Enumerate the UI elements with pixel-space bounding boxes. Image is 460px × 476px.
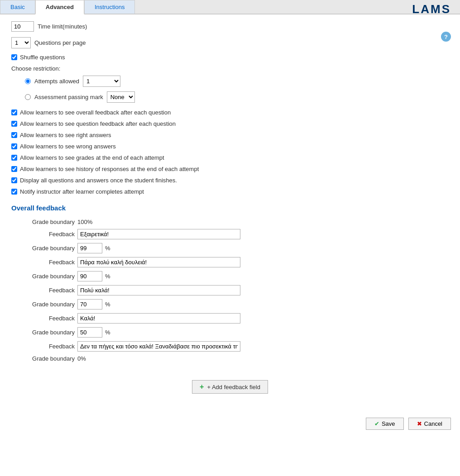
overall-feedback-title: Overall feedback	[11, 204, 449, 212]
checkbox-label-2: Allow learners to see right answers	[20, 132, 111, 138]
feedback-input-row-2: Feedback	[25, 285, 449, 295]
checkbox-row-7: Notify instructor after learner complete…	[11, 188, 449, 195]
attempts-allowed-select[interactable]: 1 2 3 Unlimited	[83, 76, 120, 87]
bottom-bar: ✔ Save ✖ Cancel	[366, 418, 451, 430]
boundary-input-2[interactable]	[77, 271, 102, 281]
feedback-row-5: Grade boundary 0%	[25, 355, 449, 362]
shuffle-questions-checkbox[interactable]	[11, 54, 17, 60]
shuffle-questions-row: Shuffle questions	[11, 54, 449, 61]
boundary-input-1[interactable]	[77, 243, 102, 253]
feedback-input-row-3: Feedback	[25, 313, 449, 324]
passing-mark-select[interactable]: None 50% 60% 70% 80% 90% 100%	[107, 91, 135, 103]
checkbox-row-6: Display all questions and answers once t…	[11, 177, 449, 184]
checkbox-label-4: Allow learners to see grades at the end …	[20, 154, 164, 161]
feedback-label-3: Feedback	[25, 315, 75, 322]
boundary-label-1: Grade boundary	[25, 245, 75, 252]
restriction-label: Choose restriction:	[11, 65, 449, 72]
plus-icon: +	[200, 383, 204, 391]
checkbox-4[interactable]	[11, 155, 17, 161]
boundary-label-4: Grade boundary	[25, 329, 75, 336]
checkbox-5[interactable]	[11, 166, 17, 172]
questions-per-page-select[interactable]: 1 2 3 5 All	[11, 37, 31, 48]
percent-4: %	[105, 329, 110, 336]
feedback-row-0: Grade boundary 100%	[25, 219, 449, 225]
checkbox-row-2: Allow learners to see right answers	[11, 132, 449, 138]
percent-2: %	[105, 273, 110, 280]
passing-mark-label: Assessment passing mark	[34, 94, 103, 100]
attempts-allowed-label: Attempts allowed	[34, 78, 79, 85]
boundary-label-2: Grade boundary	[25, 273, 75, 280]
checkbox-label-7: Notify instructor after learner complete…	[20, 188, 144, 195]
checkbox-7[interactable]	[11, 189, 17, 195]
feedback-input-4[interactable]	[77, 341, 240, 352]
checkbox-row-5: Allow learners to see history of respons…	[11, 166, 449, 172]
boundary-value-5: 0%	[77, 355, 86, 362]
time-limit-input[interactable]	[11, 21, 34, 32]
add-feedback-label: + Add feedback field	[207, 384, 260, 390]
checkbox-0[interactable]	[11, 109, 17, 115]
questions-per-page-label: Questions per page	[34, 39, 86, 46]
boundary-input-4[interactable]	[77, 327, 102, 338]
tab-basic[interactable]: Basic	[0, 0, 35, 14]
save-button[interactable]: ✔ Save	[366, 418, 404, 430]
feedback-label-1: Feedback	[25, 259, 75, 266]
checkbox-label-3: Allow learners to see wrong answers	[20, 143, 116, 150]
cancel-label: Cancel	[424, 420, 442, 427]
feedback-input-0[interactable]	[77, 229, 240, 239]
feedback-grid: Grade boundary 100% Feedback Grade bound…	[25, 219, 449, 362]
boundary-value-0: 100%	[77, 219, 92, 225]
attempts-allowed-row: Attempts allowed 1 2 3 Unlimited	[25, 76, 449, 87]
feedback-input-1[interactable]	[77, 257, 240, 267]
feedback-label-4: Feedback	[25, 343, 75, 350]
boundary-label-0: Grade boundary	[25, 219, 75, 225]
checkbox-row-1: Allow learners to see question feedback …	[11, 120, 449, 127]
tabs-bar: Basic Advanced Instructions LAMS	[0, 0, 460, 14]
questions-per-page-row: 1 2 3 5 All Questions per page	[11, 37, 449, 48]
feedback-row-3: Grade boundary %	[25, 299, 449, 309]
cancel-icon: ✖	[417, 420, 422, 427]
checkbox-3[interactable]	[11, 143, 17, 149]
percent-3: %	[105, 301, 110, 308]
feedback-label-2: Feedback	[25, 287, 75, 294]
checkbox-1[interactable]	[11, 121, 17, 127]
save-icon: ✔	[374, 420, 379, 427]
save-label: Save	[382, 420, 395, 427]
passing-mark-radio[interactable]	[25, 94, 31, 100]
tab-advanced[interactable]: Advanced	[35, 0, 84, 14]
checkbox-label-5: Allow learners to see history of respons…	[20, 166, 199, 172]
boundary-label-5: Grade boundary	[25, 355, 75, 362]
checkbox-row-4: Allow learners to see grades at the end …	[11, 154, 449, 161]
feedback-input-3[interactable]	[77, 313, 240, 324]
feedback-label-0: Feedback	[25, 231, 75, 238]
feedback-input-row-0: Feedback	[25, 229, 449, 239]
checkboxes-container: Allow learners to see overall feedback a…	[11, 109, 449, 195]
checkbox-6[interactable]	[11, 177, 17, 183]
checkbox-row-0: Allow learners to see overall feedback a…	[11, 109, 449, 116]
attempts-allowed-radio[interactable]	[25, 78, 31, 84]
checkbox-label-0: Allow learners to see overall feedback a…	[20, 109, 171, 116]
time-limit-row: Time limit(minutes)	[11, 21, 449, 32]
shuffle-questions-label: Shuffle questions	[20, 54, 65, 61]
feedback-input-2[interactable]	[77, 285, 240, 295]
feedback-row-1: Grade boundary %	[25, 243, 449, 253]
feedback-row-2: Grade boundary %	[25, 271, 449, 281]
checkbox-label-6: Display all questions and answers once t…	[20, 177, 177, 184]
passing-mark-row: Assessment passing mark None 50% 60% 70%…	[25, 91, 449, 103]
percent-1: %	[105, 245, 110, 252]
add-feedback-button[interactable]: + + Add feedback field	[192, 380, 268, 394]
add-feedback-wrapper: + + Add feedback field	[11, 371, 449, 403]
restriction-section: Choose restriction: Attempts allowed 1 2…	[11, 65, 449, 103]
checkbox-label-1: Allow learners to see question feedback …	[20, 120, 176, 127]
checkbox-2[interactable]	[11, 132, 17, 138]
feedback-row-4: Grade boundary %	[25, 327, 449, 338]
time-limit-label: Time limit(minutes)	[38, 23, 87, 30]
cancel-button[interactable]: ✖ Cancel	[408, 418, 451, 430]
feedback-input-row-1: Feedback	[25, 257, 449, 267]
checkbox-row-3: Allow learners to see wrong answers	[11, 143, 449, 150]
tab-instructions[interactable]: Instructions	[84, 0, 135, 14]
boundary-input-3[interactable]	[77, 299, 102, 309]
main-content: Time limit(minutes) 1 2 3 5 All Question…	[0, 14, 460, 437]
feedback-input-row-4: Feedback	[25, 341, 449, 352]
boundary-label-3: Grade boundary	[25, 301, 75, 308]
